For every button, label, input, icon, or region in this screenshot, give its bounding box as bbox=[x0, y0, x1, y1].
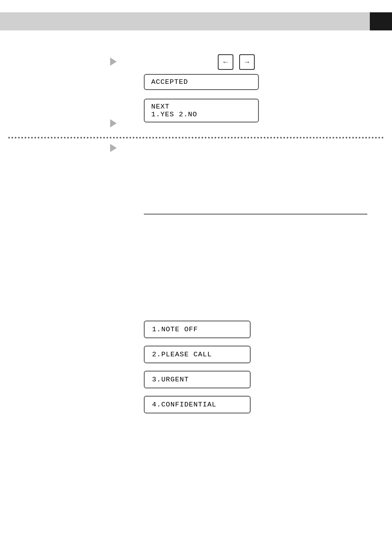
nav-back-button[interactable]: ← bbox=[218, 54, 233, 70]
nav-forward-button[interactable]: → bbox=[239, 54, 255, 70]
arrow-row-1 bbox=[110, 58, 117, 66]
underline-field bbox=[144, 214, 367, 215]
arrow-row-2 bbox=[110, 119, 117, 129]
arrow-icon-2 bbox=[110, 119, 117, 127]
arrow-icon-1 bbox=[110, 58, 117, 66]
arrow-row-3 bbox=[110, 144, 117, 154]
header-black-block bbox=[370, 12, 392, 30]
header-bar bbox=[0, 12, 392, 30]
lcd-line-2: 1.YES 2.NO bbox=[151, 111, 251, 118]
lcd-display-next: NEXT 1.YES 2.NO bbox=[144, 99, 259, 122]
lcd-line-1: NEXT bbox=[151, 103, 251, 111]
menu-options: 1.NOTE OFF 2.PLEASE CALL 3.URGENT 4.CONF… bbox=[144, 321, 251, 413]
dot-separator bbox=[8, 136, 384, 140]
menu-option-1[interactable]: 1.NOTE OFF bbox=[144, 321, 251, 338]
dot-line bbox=[8, 137, 384, 138]
menu-option-4[interactable]: 4.CONFIDENTIAL bbox=[144, 396, 251, 413]
nav-arrows: ← → bbox=[218, 54, 255, 70]
menu-option-3[interactable]: 3.URGENT bbox=[144, 371, 251, 388]
lcd-display-accepted: ACCEPTED bbox=[144, 74, 259, 90]
menu-option-2[interactable]: 2.PLEASE CALL bbox=[144, 346, 251, 363]
arrow-icon-3 bbox=[110, 144, 117, 152]
